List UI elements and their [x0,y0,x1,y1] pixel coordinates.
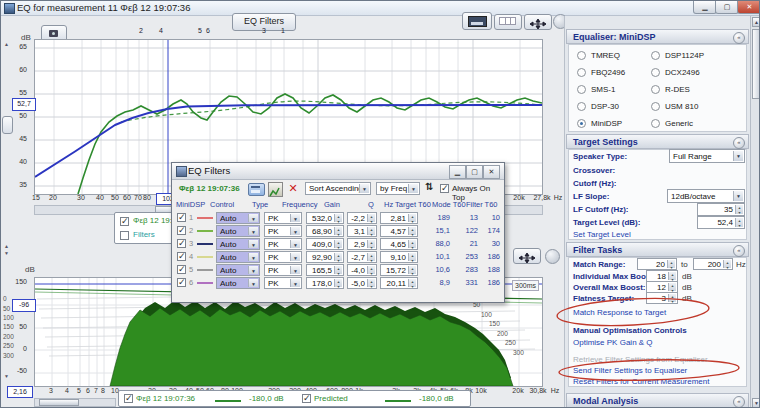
speaker-type-combobox[interactable]: Full Range [669,149,745,163]
filter-type-combobox[interactable]: PK [264,277,302,289]
collapse-section-icon[interactable]: « [733,396,745,408]
match-response-to-target-link[interactable]: Match Response to Target [573,308,666,317]
reset-filters-link[interactable]: Reset Filters for Current Measurement [573,377,710,386]
scrollbar-thumb[interactable] [39,399,79,406]
filter-frequency-spinner[interactable]: 178,0 [306,277,344,289]
filter-enabled-checkbox[interactable] [177,226,186,235]
dialog-icon [176,166,187,177]
filter-control-combobox[interactable]: Auto [216,238,260,250]
right-panel-scrollbar[interactable]: ▲ ▼ [750,16,760,408]
filter-row: 1 Auto PK 532,0 -2,2 2,81 189 13 10 [172,211,504,224]
lf-slope-combobox[interactable]: 12dB/octave [667,189,745,203]
collapse-section-icon[interactable]: « [733,245,745,257]
save-chart-icon[interactable] [268,182,283,197]
filter-frequency-spinner[interactable]: 165,5 [306,264,344,276]
filter-frequency-spinner[interactable]: 532,0 [306,212,344,224]
filter-type-combobox[interactable]: PK [264,212,302,224]
always-on-top-checkbox[interactable] [440,184,449,193]
measurement-trace-checkbox[interactable] [120,217,129,226]
filter-gain-spinner[interactable]: 2,9 [347,238,377,250]
optimise-pk-gain-q-link[interactable]: Optimise PK Gain & Q [573,338,653,347]
filter-gain-spinner[interactable]: -5,0 [347,277,377,289]
section-header-equaliser[interactable]: Equaliser: MiniDSP « [566,29,749,44]
filter-q-spinner[interactable]: 9,10 [380,251,418,263]
filter-frequency-spinner[interactable]: 92,90 [306,251,344,263]
maximize-button[interactable]: ▢ [715,1,739,14]
filter-panel-icon[interactable] [248,183,265,196]
filter-gain-spinner[interactable]: -2,7 [347,251,377,263]
filter-gain-spinner[interactable]: 3,1 [347,225,377,237]
filter-q-spinner[interactable]: 2,81 [380,212,418,224]
manual-optimisation-controls-label[interactable]: Manual Optimisation Controls [573,326,687,335]
filter-control-combobox[interactable]: Auto [216,264,260,276]
target-level-spinner[interactable]: 52,4 [697,216,745,229]
filter-enabled-checkbox[interactable] [177,239,186,248]
filter-type-combobox[interactable]: PK [264,251,302,263]
radio-icon[interactable] [577,68,586,77]
delete-filters-icon[interactable]: ✕ [287,182,299,194]
filter-q-spinner[interactable]: 4,65 [380,238,418,250]
measurement-trace-checkbox[interactable] [124,394,133,403]
radio-icon[interactable] [651,102,660,111]
match-range-to-spinner[interactable]: 200 [693,258,733,270]
filter-frequency-spinner[interactable]: 409,0 [306,238,344,250]
section-header-filter-tasks[interactable]: Filter Tasks « [566,242,749,257]
filter-number: 2 [189,226,193,235]
filter-frequency-spinner[interactable]: 68,90 [306,225,344,237]
minimize-button[interactable]: ▁ [693,1,717,14]
predicted-trace-checkbox[interactable] [302,394,311,403]
filters-trace-checkbox[interactable] [120,231,129,240]
filter-type-combobox[interactable]: PK [264,225,302,237]
scrollbar-thumb[interactable] [752,29,760,99]
filter-enabled-checkbox[interactable] [177,278,186,287]
dialog-maximize-button[interactable]: ▢ [466,165,483,179]
filter-q-spinner[interactable]: 4,57 [380,225,418,237]
bottom-chart-hscrollbar[interactable] [34,398,116,407]
time-axis-tick: 150 [489,320,500,327]
filter-type-combobox[interactable]: PK [264,238,302,250]
filter-enabled-checkbox[interactable] [177,265,186,274]
filter-t60-value: 30 [480,239,500,248]
sort-field-combobox[interactable]: by Freq [376,182,420,195]
filter-control-combobox[interactable]: Auto [216,251,260,263]
set-target-level-link[interactable]: Set Target Level [573,230,631,239]
scroll-down-icon[interactable]: ▼ [752,398,760,408]
collapse-section-icon[interactable]: « [733,32,745,44]
section-header-modal-analysis[interactable]: Modal Analysis « [566,393,749,408]
collapse-section-icon[interactable]: « [733,137,745,149]
send-filter-settings-link[interactable]: Send Filter Settings to Equaliser [573,366,687,375]
filter-control-combobox[interactable]: Auto [216,225,260,237]
filter-number: 4 [189,252,193,261]
filter-gain-spinner[interactable]: -4,0 [347,264,377,276]
filter-type-combobox[interactable]: PK [264,264,302,276]
flatness-target-spinner[interactable]: 3 [646,292,678,304]
x-axis-tick: 3 [49,387,53,394]
filter-control-combobox[interactable]: Auto [216,277,260,289]
radio-icon[interactable] [577,51,586,60]
radio-icon[interactable] [577,119,586,128]
section-header-target-settings[interactable]: Target Settings « [566,134,749,149]
radio-icon[interactable] [651,68,660,77]
radio-icon[interactable] [577,102,586,111]
lf-cutoff-spinner[interactable]: 35 [697,203,745,216]
dialog-close-button[interactable]: ✕ [483,165,500,179]
filter-q-spinner[interactable]: 15,72 [380,264,418,276]
radio-icon[interactable] [651,119,660,128]
sort-mode-combobox[interactable]: Sort Ascending [305,182,371,195]
filter-enabled-checkbox[interactable] [177,213,186,222]
dialog-title: EQ Filters [188,165,230,176]
close-button[interactable]: ✕ [737,1,760,14]
sort-direction-icon[interactable]: ⇅ [425,181,433,192]
radio-icon[interactable] [577,85,586,94]
filter-color-swatch [197,230,213,232]
radio-icon[interactable] [651,51,660,60]
filter-gain-spinner[interactable]: -2,2 [347,212,377,224]
dialog-minimize-button[interactable]: ▁ [449,165,466,179]
scroll-up-icon[interactable]: ▲ [752,17,760,27]
filter-control-combobox[interactable]: Auto [216,212,260,224]
mode-t60-value: 13 [456,213,478,222]
radio-icon[interactable] [651,85,660,94]
match-range-from-spinner[interactable]: 20 [637,258,677,270]
filter-q-spinner[interactable]: 20,11 [380,277,418,289]
filter-enabled-checkbox[interactable] [177,252,186,261]
